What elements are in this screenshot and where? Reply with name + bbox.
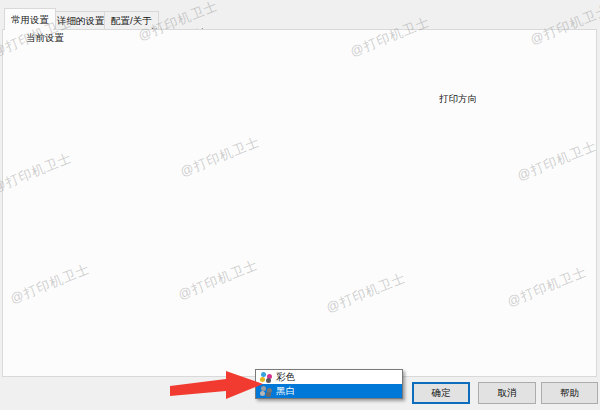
tab-label: 常用设置 [11, 14, 49, 25]
orientation-group-title: 打印方向 [436, 93, 480, 106]
tab-general-settings[interactable]: 常用设置 [4, 8, 56, 30]
color-mode-dropdown-list: 彩色 黑白 [255, 369, 403, 399]
ok-button[interactable]: 确定 [412, 382, 470, 404]
tab-detailed-settings[interactable]: 详细的设置 [50, 11, 112, 30]
dropdown-option-color[interactable]: 彩色 [256, 370, 402, 384]
red-annotation-arrow [168, 362, 268, 404]
help-button[interactable]: 帮助 [541, 382, 598, 404]
tab-label: 配置/关于 [111, 15, 152, 26]
cancel-button[interactable]: 取消 [478, 382, 536, 404]
tab-page [2, 29, 597, 377]
current-settings-title: 当前设置 [23, 32, 67, 45]
printer-settings-dialog: { "tabs": [ { "label": "常用设置", "active":… [0, 0, 600, 410]
tab-label: 详细的设置 [57, 15, 105, 26]
dropdown-option-black-white[interactable]: 黑白 [256, 384, 402, 398]
